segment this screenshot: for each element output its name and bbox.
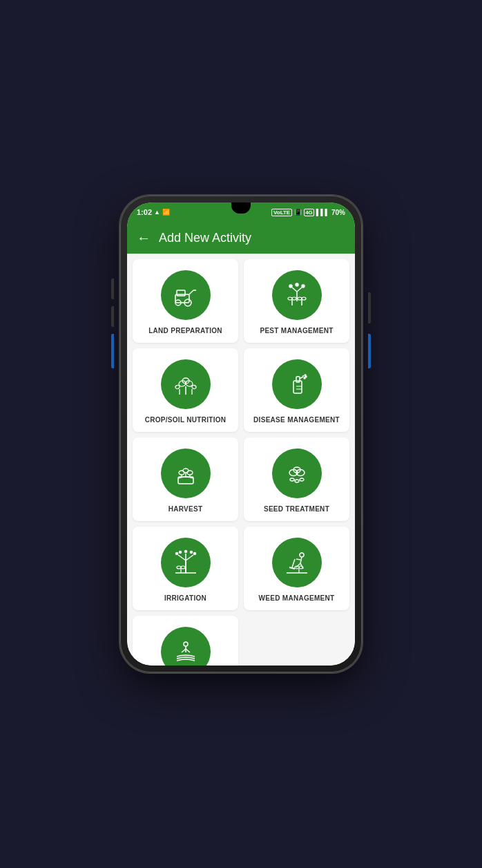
svg-point-60 [181, 566, 185, 569]
svg-point-59 [177, 566, 181, 569]
land-purification-icon-circle [161, 627, 211, 666]
svg-point-17 [302, 297, 306, 300]
power-button[interactable] [368, 292, 371, 323]
irrigation-icon [171, 548, 200, 577]
volte-indicator: VoLTE [271, 209, 292, 216]
weed-management-label: WEED MANAGEMENT [258, 594, 334, 602]
land-preparation-icon-circle [161, 270, 211, 320]
svg-line-62 [300, 557, 302, 563]
time-display: 1:02 [137, 208, 152, 216]
weed-management-icon-circle [272, 538, 322, 587]
volume-down-button[interactable] [111, 306, 114, 327]
weed-management-icon [282, 548, 311, 577]
svg-line-66 [289, 567, 295, 569]
activity-weed-management[interactable]: WEED MANAGEMENT [244, 527, 349, 610]
irrigation-icon-circle [161, 538, 211, 587]
status-bar: 1:02 ▲ 📶 VoLTE 📳 4G ▌▌▌ 70% [127, 202, 355, 222]
svg-point-25 [191, 385, 196, 389]
land-preparation-icon [171, 281, 200, 310]
activities-grid: LAND PREPARATION [133, 259, 349, 610]
phone-frame: 1:02 ▲ 📶 VoLTE 📳 4G ▌▌▌ 70% ← Add New Ac… [120, 196, 362, 672]
svg-point-23 [175, 385, 180, 389]
svg-point-72 [184, 642, 188, 646]
disease-management-icon [282, 370, 311, 399]
svg-rect-1 [177, 290, 185, 296]
svg-point-56 [193, 553, 195, 555]
activity-pest-management[interactable]: PEST MANAGEMENT [244, 259, 349, 343]
svg-line-75 [186, 649, 190, 652]
svg-point-16 [298, 297, 302, 300]
status-bar-right: VoLTE 📳 4G ▌▌▌ 70% [271, 209, 345, 216]
app-screen: 1:02 ▲ 📶 VoLTE 📳 4G ▌▌▌ 70% ← Add New Ac… [127, 202, 355, 666]
svg-point-14 [292, 297, 296, 300]
page-title: Add New Activity [159, 231, 251, 245]
volume-up-button[interactable] [111, 279, 114, 299]
svg-point-11 [302, 285, 305, 287]
location-icon: ▲ [154, 209, 160, 216]
seed-treatment-icon-circle [272, 449, 322, 498]
svg-point-52 [175, 553, 177, 555]
svg-point-54 [184, 551, 186, 553]
network-icon: 📶 [162, 209, 170, 216]
svg-rect-27 [296, 377, 300, 382]
irrigation-label: IRRIGATION [164, 594, 206, 602]
activities-content: LAND PREPARATION [127, 254, 355, 666]
activity-seed-treatment[interactable]: SEED TREATMENT [244, 437, 349, 521]
signal-icon: ▌▌▌ [316, 209, 329, 216]
svg-point-10 [296, 283, 298, 286]
activity-crop-soil-nutrition[interactable]: CROP/SOIL NUTRITION [133, 348, 238, 432]
svg-line-7 [292, 287, 297, 292]
crop-soil-icon-circle [161, 359, 211, 409]
pest-management-icon [282, 281, 311, 310]
notch [231, 202, 251, 214]
svg-line-49 [178, 555, 186, 560]
activity-land-preparation[interactable]: LAND PREPARATION [133, 259, 238, 343]
back-button[interactable]: ← [137, 231, 151, 245]
4g-icon: 4G [304, 209, 314, 216]
side-accent-right [368, 334, 371, 368]
svg-line-65 [292, 559, 295, 567]
phone-screen: 1:02 ▲ 📶 VoLTE 📳 4G ▌▌▌ 70% ← Add New Ac… [127, 202, 355, 666]
svg-line-8 [297, 287, 302, 292]
svg-line-74 [182, 649, 186, 652]
land-preparation-label: LAND PREPARATION [148, 327, 222, 334]
harvest-icon-circle [161, 449, 211, 498]
crop-soil-label: CROP/SOIL NUTRITION [145, 416, 226, 424]
activities-grid-last-row: LAND PURIFICATION [133, 616, 349, 666]
status-bar-left: 1:02 ▲ 📶 [137, 208, 170, 216]
harvest-icon [171, 459, 200, 488]
battery-display: 70% [331, 209, 345, 216]
seed-treatment-icon [282, 459, 311, 488]
disease-management-icon-circle [272, 359, 322, 409]
side-accent-left [111, 334, 114, 368]
svg-line-63 [296, 563, 300, 567]
svg-point-45 [290, 478, 294, 481]
svg-point-38 [187, 471, 193, 475]
seed-treatment-label: SEED TREATMENT [264, 505, 329, 513]
svg-point-9 [289, 285, 292, 287]
pest-management-icon-circle [272, 270, 322, 320]
svg-point-53 [179, 551, 181, 554]
svg-point-13 [288, 297, 292, 300]
activity-harvest[interactable]: HARVEST [133, 437, 238, 521]
vibrate-icon: 📳 [294, 209, 302, 216]
disease-management-label: DISEASE MANAGEMENT [253, 416, 340, 424]
crop-soil-icon [171, 370, 200, 399]
svg-line-50 [186, 555, 193, 560]
svg-point-32 [305, 375, 306, 376]
empty-grid-cell [244, 616, 349, 666]
harvest-label: HARVEST [168, 505, 203, 513]
svg-point-47 [300, 478, 304, 481]
svg-point-30 [304, 377, 305, 379]
land-purification-icon [171, 637, 200, 666]
svg-line-71 [296, 559, 300, 560]
page-header: ← Add New Activity [127, 222, 355, 254]
svg-point-61 [300, 553, 304, 557]
svg-line-4 [189, 290, 193, 294]
pest-management-label: PEST MANAGEMENT [260, 327, 333, 334]
activity-land-purification[interactable]: LAND PURIFICATION [133, 616, 238, 666]
activity-irrigation[interactable]: IRRIGATION [133, 527, 238, 610]
svg-point-55 [190, 551, 192, 554]
activity-disease-management[interactable]: DISEASE MANAGEMENT [244, 348, 349, 432]
svg-point-46 [295, 480, 299, 482]
